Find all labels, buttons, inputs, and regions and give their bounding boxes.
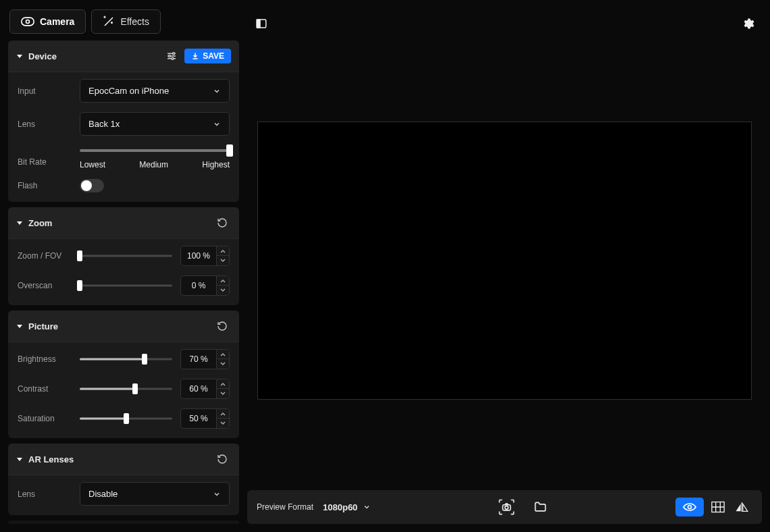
device-lens-value: Back 1x: [88, 119, 120, 129]
ar-lens-select[interactable]: Disable: [80, 482, 230, 506]
device-lens-select[interactable]: Back 1x: [80, 112, 230, 136]
svg-point-9: [505, 506, 508, 509]
zoom-fov-value: 100 %: [181, 246, 216, 265]
triangle-down-icon: [16, 219, 23, 226]
panel-ar-title-wrap[interactable]: AR Lenses: [16, 454, 213, 464]
grid-toggle-button[interactable]: [708, 497, 728, 517]
tab-camera[interactable]: Camera: [9, 9, 86, 34]
overscan-slider[interactable]: [80, 280, 172, 291]
save-button[interactable]: SAVE: [184, 49, 231, 63]
camera-icon: [21, 17, 34, 26]
flash-toggle[interactable]: [80, 179, 104, 192]
panel-ar-title: AR Lenses: [28, 454, 74, 464]
panel-picture-header: Picture: [8, 311, 239, 342]
svg-point-4: [169, 55, 171, 57]
preview-area: [247, 39, 762, 482]
ar-lens-label: Lens: [18, 489, 72, 499]
contrast-up[interactable]: [217, 379, 229, 389]
contrast-slider[interactable]: [80, 383, 172, 394]
svg-point-5: [172, 57, 174, 59]
brightness-slider[interactable]: [80, 354, 172, 365]
sidebar: Camera Effects Device: [8, 8, 239, 524]
adjustments-icon[interactable]: [163, 47, 180, 65]
brightness-stepper[interactable]: 70 %: [180, 349, 230, 369]
flash-label: Flash: [18, 181, 72, 190]
bitrate-med: Medium: [139, 160, 168, 169]
zoom-fov-down[interactable]: [217, 256, 229, 265]
open-folder-button[interactable]: [530, 497, 550, 517]
saturation-value: 50 %: [181, 409, 216, 428]
saturation-stepper[interactable]: 50 %: [180, 408, 230, 429]
brightness-label: Brightness: [18, 354, 72, 364]
svg-rect-0: [22, 18, 34, 26]
panel-left-icon: [255, 18, 267, 30]
saturation-up[interactable]: [217, 409, 229, 419]
triangle-down-icon: [16, 323, 23, 329]
overscan-down[interactable]: [217, 286, 229, 295]
device-lens-label: Lens: [18, 119, 72, 129]
collapse-sidebar-button[interactable]: [251, 14, 272, 34]
contrast-stepper[interactable]: 60 %: [180, 379, 230, 399]
panel-device-title-wrap[interactable]: Device: [16, 51, 163, 61]
chevron-down-icon: [213, 120, 221, 128]
svg-point-10: [688, 506, 691, 509]
main-area: Preview Format 1080p60: [247, 8, 762, 524]
bitrate-slider[interactable]: [80, 145, 230, 156]
download-icon: [191, 52, 199, 60]
tab-effects[interactable]: Effects: [91, 9, 161, 34]
panel-picture-title-wrap[interactable]: Picture: [16, 321, 213, 331]
bitrate-labels: Lowest Medium Highest: [80, 160, 230, 169]
sidebar-filler: [8, 521, 239, 524]
svg-point-1: [26, 20, 30, 24]
svg-point-2: [111, 22, 113, 24]
grid-icon: [711, 501, 725, 513]
ar-reset-button[interactable]: [213, 450, 231, 468]
contrast-down[interactable]: [217, 389, 229, 398]
settings-button[interactable]: [738, 14, 758, 34]
overscan-value: 0 %: [181, 276, 216, 295]
triangle-down-icon: [16, 53, 23, 59]
chevron-down-icon: [363, 503, 371, 511]
camera-capture-icon: [498, 498, 515, 516]
chevron-down-icon: [213, 490, 221, 498]
zoom-fov-up[interactable]: [217, 246, 229, 256]
brightness-thumb[interactable]: [142, 354, 147, 365]
bitrate-thumb[interactable]: [226, 144, 233, 157]
zoom-fov-thumb[interactable]: [77, 250, 82, 261]
flip-toggle-button[interactable]: [732, 497, 752, 517]
picture-reset-button[interactable]: [213, 317, 231, 335]
snapshot-button[interactable]: [496, 497, 517, 517]
device-input-select[interactable]: EpocCam on iPhone: [80, 79, 230, 103]
contrast-label: Contrast: [18, 384, 72, 394]
preview-toggle-button[interactable]: [675, 498, 704, 516]
reset-icon: [217, 321, 228, 331]
chevron-down-icon: [213, 87, 221, 95]
contrast-thumb[interactable]: [132, 383, 138, 394]
brightness-down[interactable]: [217, 359, 229, 369]
panel-ar-header: AR Lenses: [8, 444, 239, 475]
panel-zoom-title-wrap[interactable]: Zoom: [16, 218, 213, 228]
svg-rect-7: [257, 20, 260, 28]
bitrate-low: Lowest: [80, 160, 105, 169]
overscan-thumb[interactable]: [77, 280, 82, 291]
brightness-up[interactable]: [217, 350, 229, 359]
save-label: SAVE: [203, 51, 224, 61]
overscan-stepper[interactable]: 0 %: [180, 275, 230, 296]
ar-lens-value: Disable: [88, 489, 118, 499]
zoom-fov-stepper[interactable]: 100 %: [180, 246, 230, 266]
saturation-thumb[interactable]: [124, 413, 129, 424]
zoom-fov-slider[interactable]: [80, 250, 172, 261]
triangle-down-icon: [16, 456, 23, 462]
folder-icon: [534, 500, 547, 514]
tab-camera-label: Camera: [40, 16, 74, 27]
zoom-reset-button[interactable]: [213, 214, 231, 232]
panel-zoom-title: Zoom: [28, 218, 52, 228]
gear-icon: [741, 17, 754, 30]
saturation-slider[interactable]: [80, 413, 172, 424]
bottom-bar: Preview Format 1080p60: [247, 490, 762, 524]
saturation-down[interactable]: [217, 419, 229, 428]
overscan-up[interactable]: [217, 276, 229, 286]
overscan-label: Overscan: [18, 281, 72, 290]
preview-format-select[interactable]: 1080p60: [323, 502, 371, 512]
device-input-label: Input: [18, 86, 72, 96]
